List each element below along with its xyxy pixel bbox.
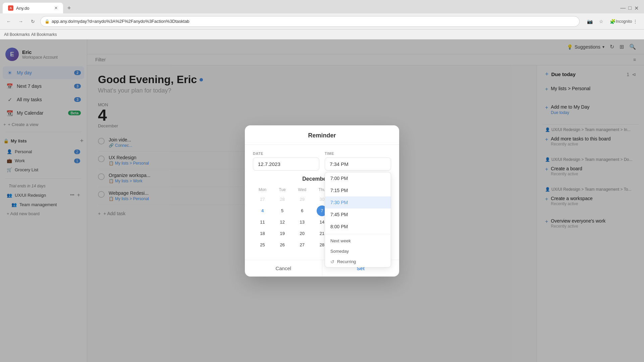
forward-button[interactable]: → <box>16 17 25 26</box>
time-option-800pm[interactable]: 8:00 PM <box>325 221 391 233</box>
bookmarks-bar: All Bookmarks All Bookmarks <box>0 29 644 40</box>
lock-icon: 🔒 <box>45 19 50 24</box>
modal-fields-row: DATE TIME 7:00 PM 7:15 PM 7:30 PM 7:45 P… <box>253 152 391 171</box>
cal-day[interactable]: 18 <box>257 228 268 239</box>
time-option-700pm[interactable]: 7:00 PM <box>325 172 391 184</box>
cal-header-wed: Wed <box>292 186 312 193</box>
time-input[interactable] <box>325 158 391 171</box>
modal-overlay: Reminder DATE TIME 7:00 PM 7:15 PM 7:30 … <box>0 40 644 362</box>
reminder-modal: Reminder DATE TIME 7:00 PM 7:15 PM 7:30 … <box>245 125 399 277</box>
cal-day[interactable]: 29 <box>297 194 308 205</box>
time-label: TIME <box>325 152 391 156</box>
next-week-option[interactable]: Next week <box>325 236 391 246</box>
date-input[interactable] <box>253 158 319 171</box>
cal-header-tue: Tue <box>273 186 292 193</box>
cal-header-mon: Mon <box>253 186 272 193</box>
someday-option[interactable]: Someday <box>325 246 391 256</box>
cal-day[interactable]: 28 <box>277 194 288 205</box>
recurring-icon: ↺ <box>330 259 334 264</box>
cal-day[interactable]: 13 <box>297 217 308 228</box>
menu-icon[interactable]: ⋮ <box>631 17 640 26</box>
cal-day[interactable]: 5 <box>277 205 288 216</box>
tab-bar: A Any.do ✕ + ― □ ✕ <box>0 0 644 13</box>
tab-favicon: A <box>8 5 13 11</box>
active-tab[interactable]: A Any.do ✕ <box>3 3 63 13</box>
browser-nav: ← → ↻ 🔒 app.any.do/myday?d=anydo%3A%2F%2… <box>0 13 644 29</box>
nav-actions: 📷 ☆ 🧩 Incognito ⋮ <box>585 17 640 26</box>
back-button[interactable]: ← <box>4 17 13 26</box>
time-option-715pm[interactable]: 7:15 PM <box>325 184 391 196</box>
tab-close-button[interactable]: ✕ <box>54 6 58 10</box>
time-option-730pm[interactable]: 7:30 PM <box>325 196 391 208</box>
cal-day-4[interactable]: 4 <box>257 205 268 216</box>
cal-day[interactable]: 25 <box>257 240 268 250</box>
incognito-label: Incognito <box>619 17 629 26</box>
star-icon[interactable]: ☆ <box>596 17 606 26</box>
cancel-button[interactable]: Cancel <box>245 260 322 277</box>
cal-day[interactable]: 20 <box>297 228 308 239</box>
bookmarks-text: All Bookmarks <box>31 32 57 37</box>
modal-header: Reminder <box>245 125 399 145</box>
camera-icon[interactable]: 📷 <box>585 17 594 26</box>
date-label: DATE <box>253 152 319 156</box>
cal-day[interactable]: 19 <box>277 228 288 239</box>
cal-day[interactable]: 27 <box>297 240 308 250</box>
address-bar[interactable]: 🔒 app.any.do/myday?d=anydo%3A%2F%2Fanydo… <box>40 16 580 27</box>
address-text: app.any.do/myday?d=anydo%3A%2F%2Fanydo%3… <box>52 19 190 24</box>
window-minimize[interactable]: ― <box>620 5 626 11</box>
tab-title: Any.do <box>16 6 30 11</box>
cal-day[interactable]: 27 <box>257 194 268 205</box>
new-tab-button[interactable]: + <box>64 3 74 13</box>
modal-body: DATE TIME 7:00 PM 7:15 PM 7:30 PM 7:45 P… <box>245 145 399 260</box>
recurring-label: Recurring <box>337 259 356 264</box>
window-maximize[interactable]: □ <box>628 5 632 11</box>
refresh-button[interactable]: ↻ <box>28 17 38 26</box>
bookmarks-label: All Bookmarks <box>4 32 30 37</box>
browser-chrome: A Any.do ✕ + ― □ ✕ ← → ↻ 🔒 app.any.do/my… <box>0 0 644 40</box>
cal-day[interactable]: 11 <box>257 217 268 228</box>
cal-day[interactable]: 12 <box>277 217 288 228</box>
date-field-group: DATE <box>253 152 319 171</box>
cal-day[interactable]: 6 <box>297 205 308 216</box>
time-divider <box>325 234 391 234</box>
time-dropdown: 7:00 PM 7:15 PM 7:30 PM 7:45 PM 8:00 PM … <box>325 172 391 267</box>
time-field-group: TIME 7:00 PM 7:15 PM 7:30 PM 7:45 PM 8:0… <box>325 152 391 171</box>
modal-title: Reminder <box>308 132 336 139</box>
time-option-745pm[interactable]: 7:45 PM <box>325 208 391 221</box>
recurring-option[interactable]: ↺ Recurring <box>325 256 391 267</box>
window-close[interactable]: ✕ <box>634 5 639 11</box>
cal-day[interactable]: 26 <box>277 240 288 250</box>
